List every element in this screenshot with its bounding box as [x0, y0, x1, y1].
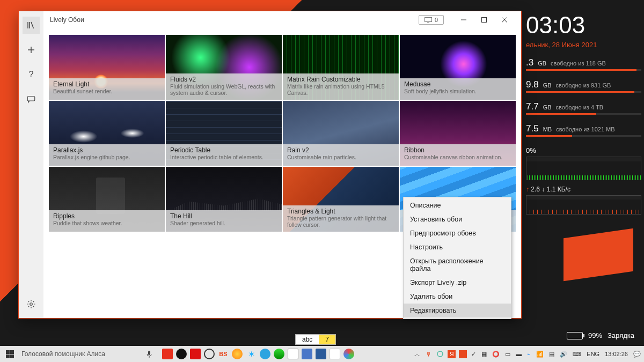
wallpaper-card[interactable]: Rain v2 Customisable rain particles. — [283, 101, 399, 166]
taskbar-app-icon[interactable] — [316, 349, 326, 359]
battery-icon — [567, 332, 583, 339]
clock-widget: 03:03 — [526, 12, 641, 39]
wallpaper-desc: Shader generated hill. — [170, 220, 277, 227]
close-icon — [502, 17, 507, 23]
taskbar-app-icons: BS ✶ — [162, 349, 354, 359]
wallpaper-label: Ripples Puddle that shows weather. — [49, 210, 165, 232]
tray-icon[interactable]: ▦ — [480, 351, 488, 358]
microphone-icon[interactable] — [146, 350, 152, 358]
minimize-button[interactable] — [453, 12, 474, 27]
wallpaper-label: Fluids v2 Fluid simulation using WebGL, … — [166, 73, 282, 100]
context-menu-item[interactable]: Экспорт Lively .zip — [404, 276, 511, 290]
wallpaper-desc: Triangle pattern generator with light th… — [287, 215, 394, 228]
context-menu-item[interactable]: Описание — [404, 198, 511, 212]
wallpaper-desc: Beautiful sunset render. — [53, 88, 160, 95]
taskbar-app-icon[interactable] — [232, 349, 243, 359]
context-menu-item[interactable]: Открыть расположение файла — [404, 254, 511, 276]
sidebar-help-button[interactable]: ? — [23, 66, 40, 83]
tray-icon[interactable]: ▭ — [504, 351, 511, 358]
taskbar-app-icon[interactable] — [343, 349, 354, 359]
wallpaper-title: The Hill — [170, 212, 277, 220]
svg-rect-4 — [6, 350, 10, 354]
keyboard-icon[interactable]: ⌨ — [572, 351, 582, 358]
disk-widget: 9.8GBсвободно из 931 GB — [526, 79, 641, 90]
library-icon — [26, 20, 36, 30]
taskbar-app-icon[interactable] — [162, 349, 173, 359]
tray-icon[interactable]: ⭕ — [491, 351, 501, 358]
sidebar-feedback-button[interactable] — [23, 91, 40, 108]
wallpaper-desc: Matrix like rain animation using HTML5 C… — [287, 83, 394, 97]
wallpaper-title: Matrix Rain Customizable — [287, 76, 394, 83]
wallpaper-title: Parallax.js — [53, 146, 160, 154]
wallpaper-card[interactable]: Fluids v2 Fluid simulation using WebGL, … — [166, 35, 282, 100]
tray-icon[interactable]: ▤ — [548, 351, 555, 358]
network-speed: ↑ 2.6 ↓ 1.1 КБ/с — [526, 186, 641, 193]
taskbar-app-icon[interactable] — [330, 349, 340, 359]
wallpaper-desc: Interactive periodic table of elements. — [170, 154, 277, 161]
close-button[interactable] — [494, 12, 515, 27]
wallpaper-label: Triangles & Light Triangle pattern gener… — [283, 205, 399, 232]
taskbar-app-icon[interactable]: ✶ — [246, 349, 257, 359]
svg-point-9 — [437, 351, 443, 357]
maximize-button[interactable] — [474, 12, 494, 27]
context-menu-item[interactable]: Удалить обои — [404, 290, 511, 304]
tray-icon[interactable] — [459, 350, 467, 358]
sidebar: ? — [19, 11, 43, 318]
wallpaper-card[interactable]: Parallax.js Parallax.js engine github pa… — [49, 101, 165, 166]
svg-rect-7 — [10, 354, 14, 358]
tray-clock[interactable]: 13:02:26 — [604, 351, 629, 357]
taskbar-search[interactable]: Голосовой помощник Алиса — [17, 350, 157, 358]
disk-widget: .3GBсвободно из 118 GB — [526, 57, 641, 68]
taskbar-app-icon[interactable] — [190, 349, 201, 359]
sidebar-add-button[interactable] — [23, 41, 40, 58]
taskbar-app-icon[interactable] — [302, 349, 312, 359]
wifi-icon[interactable]: 📶 — [535, 351, 545, 358]
wallpaper-card[interactable]: Ribbon Customisable canvas ribbon animat… — [400, 101, 516, 166]
wallpaper-title: Triangles & Light — [287, 208, 394, 215]
tray-icon[interactable] — [436, 351, 444, 357]
taskbar-app-icon[interactable]: BS — [218, 349, 229, 359]
sidebar-settings-button[interactable] — [23, 295, 40, 313]
wallpaper-desc: Parallax.js engine github page. — [53, 154, 160, 161]
context-menu-item[interactable]: Установить обои — [404, 212, 511, 226]
bluetooth-icon[interactable]: ⌁ — [526, 351, 532, 358]
tray-icon[interactable]: ▬ — [515, 351, 523, 357]
tray-icon[interactable]: 🎙 — [425, 351, 433, 357]
taskbar-app-icon[interactable] — [204, 349, 215, 359]
taskbar-app-icon[interactable] — [260, 349, 270, 359]
wallpaper-desc: Soft body jellyfish simulation. — [404, 88, 511, 95]
start-button[interactable] — [2, 346, 17, 361]
wallpaper-card[interactable]: Eternal Light Beautiful sunset render. — [49, 35, 165, 100]
context-menu: ОписаниеУстановить обоиПредпросмотр обое… — [403, 197, 511, 319]
context-menu-item[interactable]: Редактировать — [404, 304, 511, 317]
wallpaper-card[interactable]: Ripples Puddle that shows weather. — [49, 167, 165, 232]
context-menu-item[interactable]: Настроить — [404, 240, 511, 254]
disk-widget: 7.7GBсвободно из 4 ТВ — [526, 101, 641, 112]
tray-icon[interactable]: ✓ — [470, 351, 477, 358]
wallpaper-card[interactable]: Matrix Rain Customizable Matrix like rai… — [283, 35, 399, 100]
cpu-graph — [526, 157, 641, 180]
wallpaper-desc: Puddle that shows weather. — [53, 220, 160, 227]
taskbar-app-icon[interactable] — [288, 349, 298, 359]
notifications-icon[interactable]: 💬 — [632, 351, 642, 358]
wallpaper-card[interactable]: Triangles & Light Triangle pattern gener… — [283, 167, 399, 232]
plus-icon — [26, 45, 36, 55]
taskbar-app-icon[interactable] — [176, 349, 187, 359]
sidebar-library-button[interactable] — [23, 17, 40, 34]
titlebar[interactable]: Lively Обои 0 — [43, 11, 521, 28]
display-badge[interactable]: 0 — [419, 15, 444, 25]
tray-language[interactable]: ENG — [586, 351, 601, 357]
taskbar-app-icon[interactable] — [274, 349, 284, 359]
svg-point-1 — [30, 303, 33, 306]
desktop-widgets: 03:03 ельник, 28 Июня 2021 .3GBсвободно … — [526, 12, 641, 215]
monitor-icon — [425, 17, 432, 23]
tray-icon[interactable]: Я — [448, 350, 456, 358]
wallpaper-card[interactable]: Periodic Table Interactive periodic tabl… — [166, 101, 282, 166]
tray-expand-icon[interactable]: ︿ — [413, 350, 421, 358]
context-menu-item[interactable]: Предпросмотр обоев — [404, 226, 511, 240]
volume-icon[interactable]: 🔊 — [559, 351, 568, 358]
svg-rect-6 — [6, 354, 10, 358]
wallpaper-card[interactable]: The Hill Shader generated hill. — [166, 167, 282, 232]
chat-icon — [26, 94, 36, 104]
wallpaper-card[interactable]: Medusae Soft body jellyfish simulation. — [400, 35, 516, 100]
